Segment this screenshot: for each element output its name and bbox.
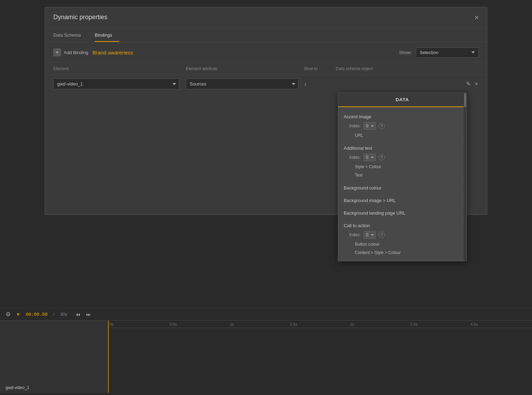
call-to-action-index-select[interactable]: 0	[364, 231, 376, 239]
data-item-additional-text-text[interactable]: Text	[344, 171, 461, 179]
additional-text-help-icon[interactable]: ?	[379, 154, 385, 161]
timeline-toolbar: ⚙ ▼ 00:00.00 / 30s ⏮ ⏭	[0, 308, 532, 321]
call-to-action-index-label: Index:	[349, 232, 361, 237]
track-label: gwd-video_1	[6, 385, 29, 390]
show-label: Show:	[399, 50, 412, 55]
time-total: 30s	[60, 312, 67, 317]
data-group-call-to-action: Call to action Index: 0 ? Button colour …	[338, 219, 466, 258]
attribute-cell: Sources	[186, 79, 304, 89]
timeline-gear-icon[interactable]: ⚙	[6, 311, 10, 318]
data-panel: DATA Accent image Index: 0 ? URL	[338, 92, 467, 261]
scrollbar-thumb	[464, 93, 466, 107]
data-item-additional-text-style-colour[interactable]: Style > Colour	[344, 163, 461, 171]
accent-image-index-select[interactable]: 0	[364, 122, 376, 130]
step-forward-icon[interactable]: ⏭	[86, 312, 91, 317]
close-button[interactable]: ×	[474, 14, 479, 21]
data-group-label-background-landing-url[interactable]: Background landing page URL	[344, 209, 461, 217]
timeline-area: ⚙ ▼ 00:00.00 / 30s ⏮ ⏭ gwd-video_1 0s 0.…	[0, 308, 532, 395]
data-group-label-accent-image[interactable]: Accent image	[344, 113, 461, 121]
dialog-title: Dynamic properties	[53, 14, 107, 21]
timeline-ruler: 0s 0.5s 1s 1.5s 2s 2.5s 4.5s	[108, 321, 532, 328]
tabs-bar: Data Schema Bindings	[45, 28, 487, 42]
tab-data-schema[interactable]: Data Schema	[53, 28, 88, 42]
additional-text-index-row: Index: 0 ?	[344, 152, 461, 163]
step-back-icon[interactable]: ⏮	[76, 312, 81, 317]
data-group-additional-text: Additional text Index: 0 ? Style > Colou…	[338, 141, 466, 181]
ruler-1.5s: 1.5s	[289, 322, 349, 326]
additional-text-index-select[interactable]: 0	[364, 154, 376, 161]
show-section: Show: Selection All	[399, 47, 479, 58]
ruler-2s: 2s	[349, 322, 409, 326]
column-headers: Element Element attribute Bind to Data s…	[45, 63, 487, 75]
data-group-label-call-to-action[interactable]: Call to action	[344, 222, 461, 230]
accent-image-help-icon[interactable]: ?	[379, 123, 385, 129]
data-item-accent-image-url[interactable]: URL	[344, 131, 461, 140]
time-current: 00:00.00	[26, 312, 48, 317]
delete-binding-button[interactable]: ×	[474, 80, 479, 88]
data-item-button-colour[interactable]: Button colour	[344, 240, 461, 248]
data-group-accent-image: Accent image Index: 0 ? URL	[338, 110, 466, 141]
time-separator: /	[53, 312, 55, 317]
call-to-action-help-icon[interactable]: ?	[379, 232, 385, 238]
bind-to-arrow-button[interactable]: ›	[304, 81, 306, 87]
show-select[interactable]: Selection All	[416, 47, 479, 58]
tab-bindings[interactable]: Bindings	[95, 28, 119, 42]
accent-image-index-label: Index:	[349, 124, 361, 128]
data-group-background-landing-url: Background landing page URL	[338, 206, 466, 218]
element-select[interactable]: gwd-video_1	[53, 79, 179, 89]
add-binding-label: Add Binding	[64, 50, 88, 55]
element-cell: gwd-video_1	[53, 79, 186, 89]
dynamic-properties-dialog: Dynamic properties × Data Schema Binding…	[45, 7, 487, 215]
data-panel-body[interactable]: Accent image Index: 0 ? URL	[338, 107, 466, 261]
timeline-tracks[interactable]: 0s 0.5s 1s 1.5s 2s 2.5s 4.5s	[108, 321, 532, 393]
col-bind-to: Bind to	[304, 66, 336, 71]
timeline-content: gwd-video_1 0s 0.5s 1s 1.5s 2s 2.5s 4.5s	[0, 321, 532, 393]
binding-name[interactable]: Brand awareness	[92, 50, 133, 55]
data-group-label-additional-text[interactable]: Additional text	[344, 144, 461, 152]
ruler-2.5s: 2.5s	[409, 322, 469, 326]
data-item-content-style-colour[interactable]: Content > Style > Colour	[344, 248, 461, 257]
call-to-action-index-row: Index: 0 ?	[344, 230, 461, 240]
data-panel-header: DATA	[338, 93, 466, 107]
data-group-label-background-colour[interactable]: Background colour	[344, 184, 461, 192]
main-content: gwd-video_1 Sources › ✎ ×	[45, 75, 487, 215]
data-group-background-colour: Background colour	[338, 181, 466, 193]
binding-row: gwd-video_1 Sources › ✎ ×	[45, 75, 487, 93]
data-group-background-image-url: Background image > URL	[338, 194, 466, 206]
attribute-select[interactable]: Sources	[186, 79, 298, 89]
additional-text-index-label: Index:	[349, 155, 361, 160]
playhead-line	[108, 321, 109, 393]
add-icon: +	[53, 49, 61, 56]
dialog-header: Dynamic properties ×	[45, 7, 487, 28]
ruler-4.5s: 4.5s	[469, 322, 532, 326]
playhead-indicator: ▼	[16, 312, 20, 317]
bindings-toolbar: + Add Binding Brand awareness Show: Sele…	[45, 42, 487, 63]
bind-to-cell: ›	[304, 81, 336, 87]
col-element: Element	[53, 66, 186, 71]
ruler-0s: 0s	[108, 322, 168, 326]
ruler-1s: 1s	[228, 322, 289, 326]
col-element-attribute: Element attribute	[186, 66, 304, 71]
data-group-label-background-image-url[interactable]: Background image > URL	[344, 196, 461, 204]
accent-image-index-row: Index: 0 ?	[344, 121, 461, 131]
ruler-0.5s: 0.5s	[168, 322, 229, 326]
row-actions: ✎ ×	[336, 80, 479, 88]
timeline-labels: gwd-video_1	[0, 321, 108, 393]
col-data-schema-object: Data schema object	[336, 66, 479, 71]
edit-binding-button[interactable]: ✎	[465, 80, 471, 88]
add-binding-button[interactable]: + Add Binding	[53, 47, 88, 58]
data-panel-scrollbar[interactable]	[464, 93, 466, 261]
